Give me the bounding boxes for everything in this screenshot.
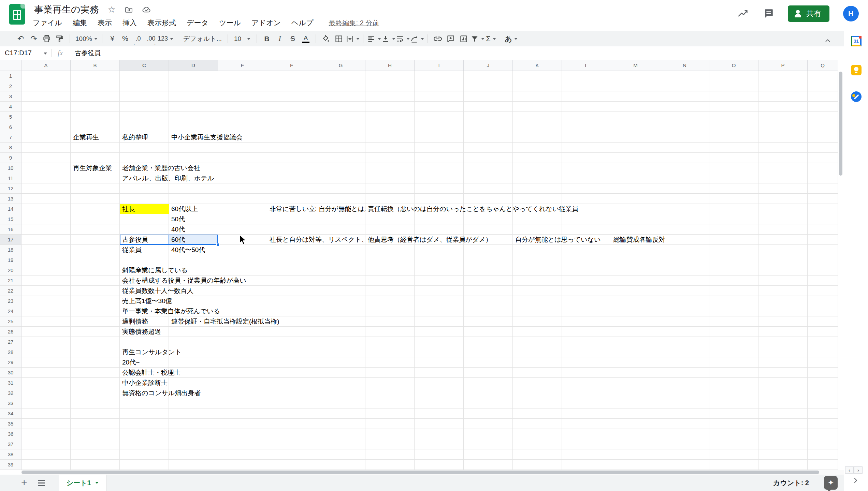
row-header-6[interactable]: 6 <box>0 122 21 132</box>
scroll-left-button[interactable]: ‹ <box>845 466 854 474</box>
row-header-17[interactable]: 17 <box>0 235 21 245</box>
calendar-icon[interactable]: 31 <box>851 36 862 46</box>
cell-D7[interactable]: 中小企業再生支援協議会 <box>171 132 243 143</box>
cell-C20[interactable]: 斜陽産業に属している <box>122 265 188 276</box>
show-side-panel-button[interactable] <box>852 476 860 486</box>
row-header-27[interactable]: 27 <box>0 337 21 347</box>
cell-C28[interactable]: 再生コンサルタント <box>122 347 182 357</box>
column-header-D[interactable]: D <box>169 60 218 71</box>
column-header-B[interactable]: B <box>71 60 120 71</box>
cell-C18[interactable]: 従業員 <box>122 245 142 255</box>
insert-comment-button[interactable] <box>444 33 457 45</box>
column-header-O[interactable]: O <box>709 60 758 71</box>
menu-item-format[interactable]: 表示形式 <box>147 18 176 28</box>
column-header-M[interactable]: M <box>611 60 660 71</box>
tasks-icon[interactable] <box>851 91 862 102</box>
select-all-corner[interactable] <box>0 60 21 71</box>
row-header-22[interactable]: 22 <box>0 286 21 296</box>
row-header-16[interactable]: 16 <box>0 224 21 235</box>
fill-handle[interactable] <box>216 243 220 247</box>
column-header-F[interactable]: F <box>267 60 316 71</box>
row-header-39[interactable]: 39 <box>0 460 21 470</box>
column-header-C[interactable]: C <box>120 60 169 71</box>
menu-item-add-ons[interactable]: アドオン <box>251 18 281 28</box>
column-header-Q[interactable]: Q <box>808 60 838 71</box>
insights-icon[interactable] <box>737 8 749 19</box>
cell-K17[interactable]: 自分が無能とは思っていない <box>515 235 601 245</box>
row-header-35[interactable]: 35 <box>0 419 21 429</box>
explore-button[interactable]: ✦ <box>824 476 838 490</box>
cell-H14[interactable]: 責任転換（悪いのは自分のいったことをちゃんとやってくれない従業員 <box>368 204 578 214</box>
increase-decimal-button[interactable]: .00 <box>145 33 158 45</box>
row-header-14[interactable]: 14 <box>0 204 21 214</box>
hide-toolbar-button[interactable] <box>821 34 834 47</box>
filter-button[interactable] <box>470 33 484 45</box>
add-sheet-button[interactable]: + <box>21 477 27 489</box>
row-header-7[interactable]: 7 <box>0 132 21 143</box>
sheet-tab[interactable]: シート1 <box>59 475 106 491</box>
cell-M17[interactable]: 総論賛成各論反対 <box>613 235 665 245</box>
row-header-36[interactable]: 36 <box>0 429 21 439</box>
menu-item-data[interactable]: データ <box>187 18 208 28</box>
cell-C22[interactable]: 従業員数数十人〜数百人 <box>122 286 193 296</box>
cell-C32[interactable]: 無資格のコンサル畑出身者 <box>122 388 201 398</box>
row-header-23[interactable]: 23 <box>0 296 21 306</box>
row-header-24[interactable]: 24 <box>0 306 21 316</box>
row-header-34[interactable]: 34 <box>0 408 21 419</box>
italic-button[interactable]: I <box>273 33 286 45</box>
row-header-38[interactable]: 38 <box>0 449 21 460</box>
row-header-4[interactable]: 4 <box>0 102 21 112</box>
row-header-2[interactable]: 2 <box>0 81 21 91</box>
print-button[interactable] <box>40 33 53 45</box>
row-header-11[interactable]: 11 <box>0 173 21 183</box>
chevron-down-icon[interactable] <box>44 53 47 55</box>
row-header-33[interactable]: 33 <box>0 398 21 408</box>
row-header-9[interactable]: 9 <box>0 153 21 163</box>
cell-C25[interactable]: 過剰債務 <box>122 316 148 327</box>
column-header-N[interactable]: N <box>660 60 709 71</box>
cell-D25[interactable]: 連帯保証・自宅抵当権設定(根抵当権) <box>171 316 279 327</box>
cell-C24[interactable]: 単一事業・本業自体が死んでいる <box>122 306 220 316</box>
row-header-29[interactable]: 29 <box>0 357 21 368</box>
font-size-select[interactable]: 10 <box>231 33 253 45</box>
column-header-P[interactable]: P <box>758 60 808 71</box>
horizontal-scrollbar[interactable] <box>21 470 844 475</box>
bold-button[interactable]: B <box>260 33 273 45</box>
menu-item-view[interactable]: 表示 <box>98 18 112 28</box>
row-header-21[interactable]: 21 <box>0 276 21 286</box>
row-header-3[interactable]: 3 <box>0 91 21 102</box>
cell-C31[interactable]: 中小企業診断士 <box>122 378 168 388</box>
formula-input[interactable]: 古参役員 <box>75 49 101 58</box>
menu-item-help[interactable]: ヘルプ <box>291 18 313 28</box>
cell-C11[interactable]: アパレル、出版、印刷、ホテル <box>122 173 214 183</box>
row-header-32[interactable]: 32 <box>0 388 21 398</box>
redo-button[interactable]: ↷ <box>27 33 40 45</box>
undo-button[interactable]: ↶ <box>14 33 27 45</box>
cell-B7[interactable]: 企業再生 <box>73 132 99 143</box>
row-header-10[interactable]: 10 <box>0 163 21 173</box>
column-header-H[interactable]: H <box>365 60 415 71</box>
merge-cells-button[interactable] <box>345 33 360 45</box>
cell-D14[interactable]: 60代以上 <box>171 204 198 214</box>
cell-D16[interactable]: 40代 <box>171 224 185 235</box>
cell-B10[interactable]: 再生対象企業 <box>73 163 112 173</box>
menu-item-file[interactable]: ファイル <box>33 18 62 28</box>
last-edited-link[interactable]: 最終編集: 2 分前 <box>329 18 379 28</box>
cell-D15[interactable]: 50代 <box>171 214 185 224</box>
row-header-25[interactable]: 25 <box>0 316 21 327</box>
row-header-20[interactable]: 20 <box>0 265 21 276</box>
row-header-18[interactable]: 18 <box>0 245 21 255</box>
insert-chart-button[interactable] <box>457 33 470 45</box>
menu-item-insert[interactable]: 挿入 <box>122 18 137 28</box>
all-sheets-icon[interactable] <box>38 480 45 486</box>
paint-format-button[interactable] <box>53 33 66 45</box>
column-header-J[interactable]: J <box>464 60 513 71</box>
row-header-26[interactable]: 26 <box>0 327 21 337</box>
count-summary[interactable]: カウント: 2 <box>773 478 809 488</box>
cell-C10[interactable]: 老舗企業・業歴の古い会社 <box>122 163 200 173</box>
cell-G14[interactable]: 自分が無能とは思っていない <box>319 204 365 214</box>
vertical-align-button[interactable] <box>381 33 395 45</box>
share-button[interactable]: 共有 <box>788 5 829 22</box>
text-rotation-button[interactable] <box>410 33 424 45</box>
row-header-12[interactable]: 12 <box>0 183 21 194</box>
